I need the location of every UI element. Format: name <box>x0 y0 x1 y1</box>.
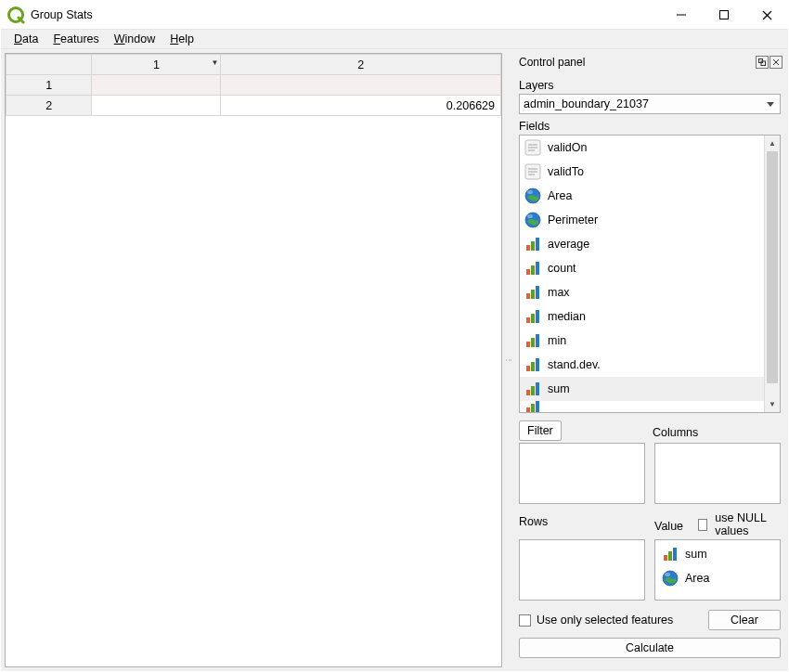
scroll-down-icon[interactable]: ▼ <box>765 396 780 412</box>
bars-icon <box>524 283 542 302</box>
layers-label: Layers <box>519 79 781 92</box>
fields-scrollbar[interactable]: ▲ ▼ <box>764 136 780 412</box>
bars-icon <box>524 259 542 278</box>
field-item-label: average <box>548 238 589 251</box>
field-item-label: sum <box>548 382 570 395</box>
result-pane: 1 ▼ 2 1 2 0.206629 <box>5 53 502 667</box>
menubar: Data Features Window Help <box>1 29 788 49</box>
bars-icon <box>524 401 542 412</box>
value-item-label: sum <box>685 548 707 561</box>
menu-window[interactable]: Window <box>107 31 162 47</box>
field-item[interactable]: validOn <box>520 136 764 160</box>
layers-combobox[interactable]: admin_boundary_21037 <box>519 94 781 114</box>
value-dropzone[interactable]: sumArea <box>654 539 781 601</box>
bars-icon <box>661 545 679 563</box>
window-title: Group Stats <box>31 8 93 21</box>
row-header-2[interactable]: 2 <box>6 96 92 116</box>
dock-button[interactable] <box>756 56 769 69</box>
table-corner[interactable] <box>6 55 92 75</box>
field-item-label: validOn <box>548 141 587 154</box>
main-area: 1 ▼ 2 1 2 0.206629 ⋮ <box>1 49 788 671</box>
field-item-label: Perimeter <box>548 213 598 226</box>
svg-rect-16 <box>761 61 766 66</box>
control-panel-title: Control panel <box>519 56 585 69</box>
bars-icon <box>524 380 542 398</box>
rows-dropzone[interactable] <box>519 539 645 601</box>
scroll-thumb[interactable] <box>767 151 778 383</box>
value-item[interactable]: sum <box>657 542 778 566</box>
fields-label: Fields <box>519 120 781 133</box>
field-item-label: max <box>548 286 570 299</box>
field-item-label: median <box>548 310 586 323</box>
calculate-button[interactable]: Calculate <box>519 638 781 658</box>
close-button[interactable] <box>745 1 788 29</box>
field-item-label: count <box>548 262 576 275</box>
field-item[interactable]: Area <box>520 184 764 208</box>
cell-1-1[interactable] <box>92 75 221 96</box>
columns-dropzone[interactable] <box>654 443 781 504</box>
field-item[interactable] <box>520 401 764 412</box>
clear-button[interactable]: Clear <box>708 610 781 630</box>
control-panel-body: Layers admin_boundary_21037 Fields valid… <box>515 71 784 667</box>
app-icon <box>6 6 25 24</box>
bars-icon <box>524 235 542 253</box>
field-item-label: Area <box>548 189 572 202</box>
field-item[interactable]: average <box>520 232 764 256</box>
field-item-label: min <box>548 334 566 347</box>
columns-label: Columns <box>653 426 781 439</box>
filter-button[interactable]: Filter <box>519 420 562 441</box>
fields-listbox: validOnvalidToAreaPerimeteraveragecountm… <box>519 135 781 413</box>
field-item[interactable]: sum <box>520 377 764 401</box>
layers-selected: admin_boundary_21037 <box>524 97 649 110</box>
globe-icon <box>661 569 679 588</box>
menu-features[interactable]: Features <box>45 31 106 47</box>
field-item[interactable]: count <box>520 256 764 280</box>
field-item-label: stand.dev. <box>548 358 601 371</box>
scroll-up-icon[interactable]: ▲ <box>765 136 780 151</box>
chevron-down-icon[interactable]: ▼ <box>211 58 218 67</box>
cell-2-1[interactable] <box>92 96 221 116</box>
titlebar: Group Stats <box>1 1 788 29</box>
value-label: Value <box>654 520 683 533</box>
cell-1-2[interactable] <box>221 75 501 96</box>
use-selected-checkbox[interactable] <box>519 614 531 627</box>
result-table[interactable]: 1 ▼ 2 1 2 0.206629 <box>6 54 501 116</box>
rows-label: Rows <box>519 515 645 528</box>
maximize-button[interactable] <box>703 1 745 29</box>
use-null-label: use NULL values <box>715 511 781 537</box>
text-field-icon <box>524 138 542 157</box>
bars-icon <box>524 355 542 374</box>
text-field-icon <box>524 162 542 181</box>
app-window: Group Stats Data Features Window Help 1 <box>0 0 789 672</box>
bars-icon <box>524 331 542 350</box>
filter-dropzone[interactable] <box>519 443 645 504</box>
menu-help[interactable]: Help <box>162 31 201 47</box>
menu-data[interactable]: Data <box>6 31 45 47</box>
minimize-button[interactable] <box>660 1 703 29</box>
fields-list[interactable]: validOnvalidToAreaPerimeteraveragecountm… <box>520 136 764 412</box>
bars-icon <box>524 307 542 326</box>
control-panel: Control panel Layers admin_boundary_2103… <box>515 53 784 667</box>
value-item-label: Area <box>685 572 709 585</box>
control-panel-header: Control panel <box>515 53 784 71</box>
globe-icon <box>524 211 542 229</box>
field-item-label: validTo <box>548 165 584 178</box>
field-item[interactable]: median <box>520 304 764 329</box>
col-header-2[interactable]: 2 <box>221 55 501 75</box>
row-header-1[interactable]: 1 <box>6 75 92 96</box>
use-null-checkbox[interactable] <box>698 519 707 531</box>
field-item[interactable]: stand.dev. <box>520 353 764 377</box>
field-item[interactable]: min <box>520 329 764 353</box>
field-item[interactable]: Perimeter <box>520 208 764 232</box>
splitter-handle[interactable]: ⋮ <box>506 53 511 667</box>
cell-2-2[interactable]: 0.206629 <box>221 96 501 116</box>
field-item[interactable]: max <box>520 280 764 304</box>
close-panel-button[interactable] <box>770 56 783 69</box>
globe-icon <box>524 187 542 205</box>
use-selected-label: Use only selected features <box>537 614 673 627</box>
svg-rect-12 <box>720 11 729 19</box>
value-item[interactable]: Area <box>657 566 778 590</box>
field-item[interactable]: validTo <box>520 160 764 184</box>
col-header-1[interactable]: 1 ▼ <box>92 55 221 75</box>
